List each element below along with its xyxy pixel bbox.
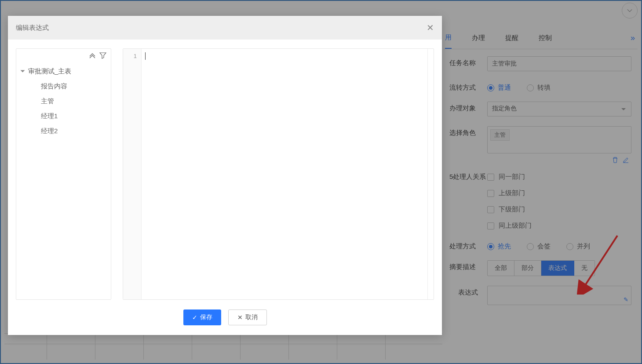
editor-margin xyxy=(427,49,434,299)
close-icon: ✕ xyxy=(237,314,243,321)
tree-node-manager1[interactable]: 经理1 xyxy=(16,109,111,124)
cancel-button-label: 取消 xyxy=(245,313,258,321)
dialog-title: 编辑表达式 xyxy=(16,24,49,32)
dialog-header: 编辑表达式 ✕ xyxy=(8,16,442,40)
cancel-button[interactable]: ✕ 取消 xyxy=(228,309,267,325)
dialog-body: 审批测试_主表 报告内容 主管 经理1 经理2 1 xyxy=(8,40,442,300)
save-button[interactable]: ✓ 保存 xyxy=(183,309,221,325)
filter-icon[interactable] xyxy=(99,52,106,59)
editor-textarea[interactable] xyxy=(142,49,427,299)
field-tree: 审批测试_主表 报告内容 主管 经理1 经理2 xyxy=(16,62,111,140)
tree-node-root[interactable]: 审批测试_主表 xyxy=(16,64,111,79)
editor-gutter: 1 xyxy=(123,49,142,299)
field-tree-panel: 审批测试_主表 报告内容 主管 经理1 经理2 xyxy=(16,48,111,300)
save-button-label: 保存 xyxy=(200,313,212,321)
close-icon[interactable]: ✕ xyxy=(427,22,434,33)
tree-node-supervisor[interactable]: 主管 xyxy=(16,94,111,109)
tree-toggle-icon[interactable] xyxy=(21,70,25,73)
collapse-all-icon[interactable] xyxy=(89,52,96,59)
tree-toolbar xyxy=(16,49,111,62)
code-editor[interactable]: 1 xyxy=(123,48,434,300)
line-number: 1 xyxy=(123,51,137,61)
tree-node-report-content[interactable]: 报告内容 xyxy=(16,79,111,94)
check-icon: ✓ xyxy=(192,314,197,321)
expression-editor-dialog: 编辑表达式 ✕ 审批测试_主表 报告内容 主管 经理1 经理2 1 xyxy=(8,16,442,335)
editor-caret xyxy=(145,52,146,60)
tree-node-manager2[interactable]: 经理2 xyxy=(16,124,111,138)
dialog-footer: ✓ 保存 ✕ 取消 xyxy=(8,300,442,335)
tree-root-label: 审批测试_主表 xyxy=(28,67,71,76)
